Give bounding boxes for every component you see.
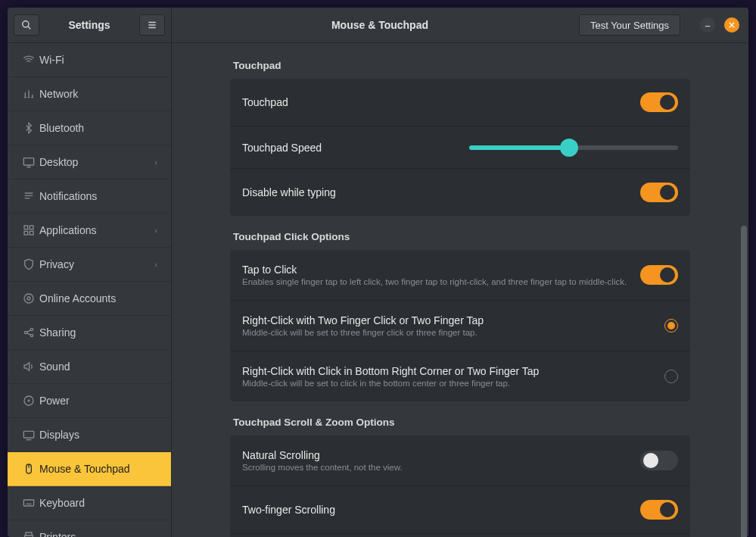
slider-touchpad-speed[interactable]: [469, 145, 678, 150]
row-label: Natural Scrolling: [242, 449, 640, 461]
content-area: Touchpad Touchpad Touchpad Speed: [172, 43, 748, 537]
row-label: Right-Click with Click in Bottom Right C…: [242, 365, 664, 377]
sidebar-item-label: Privacy: [39, 258, 154, 270]
svg-point-0: [23, 21, 29, 27]
sidebar-icon: [18, 224, 39, 236]
section-title-scroll: Touchpad Scroll & Zoom Options: [233, 417, 690, 428]
sidebar-icon: [18, 429, 39, 441]
sidebar-item-label: Wi-Fi: [39, 54, 157, 66]
panel-click: Tap to Click Enables single finger tap t…: [230, 250, 690, 401]
search-button[interactable]: [14, 14, 39, 36]
sidebar-icon: [18, 292, 39, 304]
scrollbar[interactable]: [741, 52, 747, 535]
section-title-click: Touchpad Click Options: [233, 231, 690, 242]
sidebar-item-label: Bluetooth: [39, 122, 157, 134]
row-label: Two-finger Scrolling: [242, 504, 640, 516]
radio-twofinger[interactable]: [664, 319, 678, 333]
sidebar-item-online-accounts[interactable]: Online Accounts: [8, 282, 171, 316]
svg-rect-14: [23, 500, 33, 506]
sidebar-icon: [18, 361, 39, 373]
sidebar-item-printers[interactable]: Printers: [8, 520, 171, 537]
row-tap-to-click: Tap to Click Enables single finger tap t…: [230, 250, 690, 300]
sidebar-item-label: Mouse & Touchpad: [39, 463, 157, 475]
sidebar-icon: [18, 190, 39, 202]
section-title-touchpad: Touchpad: [233, 60, 690, 71]
row-desc: Middle-click will be set to three finger…: [242, 328, 664, 337]
sidebar-item-sound[interactable]: Sound: [8, 350, 171, 384]
minimize-icon: [705, 22, 711, 28]
sidebar-icon: [18, 88, 39, 100]
close-button[interactable]: [724, 17, 739, 33]
sidebar-icon: [18, 497, 39, 509]
svg-point-6: [24, 294, 33, 303]
row-natural-scrolling: Natural Scrolling Scrolling moves the co…: [230, 436, 690, 485]
toggle-natural-scrolling[interactable]: [640, 451, 678, 470]
svg-rect-4: [24, 231, 28, 235]
test-settings-button[interactable]: Test Your Settings: [579, 14, 680, 36]
sidebar-icon: [18, 258, 39, 270]
sidebar-item-label: Displays: [39, 429, 157, 441]
row-twofinger-scrolling: Two-finger Scrolling: [230, 485, 690, 533]
chevron-right-icon: ›: [154, 260, 157, 269]
sidebar-item-notifications[interactable]: Notifications: [8, 180, 171, 214]
row-touchpad-speed: Touchpad Speed: [230, 126, 690, 168]
sidebar-item-label: Notifications: [39, 190, 157, 202]
radio-corner[interactable]: [664, 370, 678, 383]
minimize-button[interactable]: [700, 17, 715, 33]
sidebar-item-applications[interactable]: Applications›: [8, 214, 171, 248]
panel-touchpad: Touchpad Touchpad Speed Disable while ty…: [230, 79, 690, 216]
row-rightclick-twofinger[interactable]: Right-Click with Two Finger Click or Two…: [230, 300, 690, 351]
window-header: Settings Mouse & Touchpad Test Your Sett…: [8, 8, 748, 43]
close-icon: [729, 22, 735, 28]
row-desc: Enables single finger tap to left click,…: [242, 277, 640, 286]
sidebar-item-bluetooth[interactable]: Bluetooth: [8, 111, 171, 145]
hamburger-button[interactable]: [139, 14, 165, 36]
row-edge-scrolling: Edge Scrolling: [230, 533, 690, 537]
sidebar-icon: [18, 122, 39, 134]
svg-rect-1: [23, 158, 33, 165]
sidebar-item-privacy[interactable]: Privacy›: [8, 248, 171, 282]
sidebar-title: Settings: [39, 19, 139, 31]
svg-rect-5: [30, 231, 33, 235]
sidebar-item-wi-fi[interactable]: Wi-Fi: [8, 43, 171, 77]
sidebar-item-network[interactable]: Network: [8, 77, 171, 111]
sidebar-item-label: Printers: [39, 531, 157, 537]
sidebar-item-label: Power: [39, 395, 157, 407]
chevron-right-icon: ›: [154, 158, 157, 167]
scrollbar-thumb[interactable]: [741, 226, 747, 537]
sidebar-icon: [18, 54, 39, 66]
sidebar-icon: [18, 463, 39, 475]
sidebar-item-label: Online Accounts: [39, 292, 157, 304]
sidebar-item-sharing[interactable]: Sharing: [8, 316, 171, 350]
sidebar-item-label: Keyboard: [39, 497, 157, 509]
hamburger-icon: [147, 20, 157, 30]
row-rightclick-corner[interactable]: Right-Click with Click in Bottom Right C…: [230, 351, 690, 401]
sidebar-item-label: Sound: [39, 361, 157, 373]
row-label: Touchpad: [242, 96, 640, 108]
row-desc: Middle-click will be set to click in the…: [242, 379, 664, 388]
row-label: Right-Click with Two Finger Click or Two…: [242, 314, 664, 326]
toggle-touchpad[interactable]: [640, 92, 678, 112]
toggle-tap-to-click[interactable]: [640, 265, 678, 285]
page-title: Mouse & Touchpad: [181, 19, 579, 31]
sidebar-item-displays[interactable]: Displays: [8, 418, 171, 452]
svg-rect-3: [30, 226, 33, 229]
sidebar-item-power[interactable]: Power: [8, 384, 171, 418]
toggle-twofinger-scrolling[interactable]: [640, 500, 678, 520]
sidebar-item-keyboard[interactable]: Keyboard: [8, 486, 171, 520]
toggle-disable-typing[interactable]: [640, 183, 678, 202]
sidebar-item-desktop[interactable]: Desktop›: [8, 145, 171, 180]
svg-rect-12: [23, 431, 33, 438]
sidebar-item-label: Desktop: [39, 156, 154, 168]
row-label: Tap to Click: [242, 264, 640, 276]
sidebar-icon: [18, 395, 39, 407]
svg-rect-2: [24, 226, 28, 229]
row-disable-typing: Disable while typing: [230, 168, 690, 216]
chevron-right-icon: ›: [154, 226, 157, 235]
search-icon: [21, 20, 32, 30]
sidebar-item-mouse-touchpad[interactable]: Mouse & Touchpad: [8, 452, 171, 486]
svg-point-7: [27, 297, 30, 300]
row-desc: Scrolling moves the content, not the vie…: [242, 463, 640, 472]
sidebar-icon: [18, 156, 39, 168]
row-label: Touchpad Speed: [242, 142, 469, 154]
